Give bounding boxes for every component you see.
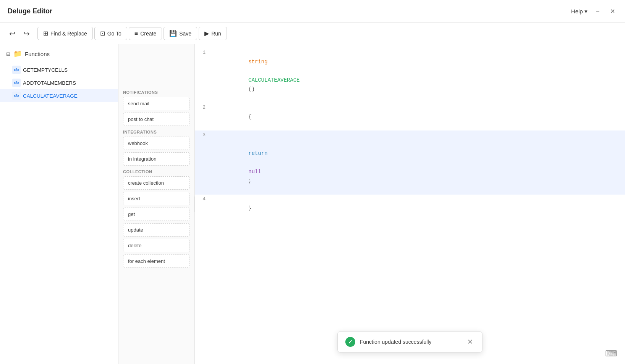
sidebar-item-label-addtotalmembers: ADDTOTALMEMBERS [23, 80, 76, 86]
sidebar-item-label-getemptycells: GETEMPTYCELLS [23, 67, 68, 73]
titlebar-right: Help ▾ − ✕ [571, 7, 617, 16]
run-button[interactable]: ▶ Run [199, 27, 227, 40]
notifications-section-label: NOTIFICATIONS [123, 90, 190, 95]
toolbar: ↩ ↪ ⊞ Find & Replace ⊡ Go To ≡ Create 💾 … [0, 23, 625, 44]
run-icon: ▶ [204, 30, 209, 37]
code-line-1: 1 string CALCULATEAVERAGE () [195, 48, 625, 103]
line-number-1: 1 [195, 48, 213, 57]
in-integration-button[interactable]: in integration [123, 152, 190, 166]
titlebar: Deluge Editor Help ▾ − ✕ [0, 0, 625, 23]
titlebar-left: Deluge Editor [8, 7, 52, 15]
snippet-panel: NOTIFICATIONS send mail post to chat INT… [118, 44, 195, 364]
expand-icon: ⊟ [6, 51, 10, 57]
fn-icon-getemptycells: </> [12, 66, 21, 74]
line-content-4: } [213, 195, 625, 222]
insert-button[interactable]: insert [123, 192, 190, 205]
save-button[interactable]: 💾 Save [164, 27, 197, 40]
line-content-1: string CALCULATEAVERAGE () [213, 48, 625, 103]
redo-button[interactable]: ↪ [20, 27, 33, 40]
toast-success-icon: ✓ [345, 337, 355, 347]
app-title: Deluge Editor [8, 7, 52, 15]
post-to-chat-button[interactable]: post to chat [123, 113, 190, 126]
sidebar-item-getemptycells[interactable]: </> GETEMPTYCELLS [0, 63, 118, 76]
folder-icon: 📁 [13, 50, 22, 58]
goto-button[interactable]: ⊡ Go To [94, 27, 127, 40]
toast-notification: ✓ Function updated successfully ✕ [337, 331, 483, 353]
create-collection-button[interactable]: create collection [123, 176, 190, 190]
code-editor[interactable]: 1 string CALCULATEAVERAGE () 2 { 3 [195, 44, 625, 364]
save-icon: 💾 [169, 30, 177, 37]
fn-icon-calculateaverage: </> [12, 92, 21, 100]
sidebar: ⊟ 📁 Functions </> GETEMPTYCELLS </> ADDT… [0, 44, 118, 364]
sidebar-item-calculateaverage[interactable]: </> CALCULATEAVERAGE [0, 89, 118, 102]
create-button[interactable]: ≡ Create [129, 27, 162, 40]
sidebar-item-addtotalmembers[interactable]: </> ADDTOTALMEMBERS [0, 76, 118, 89]
line-number-4: 4 [195, 195, 213, 204]
find-replace-icon: ⊞ [43, 30, 48, 37]
code-line-4: 4 } [195, 195, 625, 222]
checkmark-icon: ✓ [348, 339, 353, 345]
delete-button[interactable]: delete [123, 239, 190, 252]
create-icon: ≡ [134, 30, 138, 37]
undo-button[interactable]: ↩ [6, 27, 19, 40]
integrations-section-label: INTEGRATIONS [123, 130, 190, 134]
line-number-2: 2 [195, 103, 213, 112]
undo-redo-group: ↩ ↪ [6, 27, 33, 40]
help-chevron-icon: ▾ [585, 8, 588, 15]
sidebar-item-label-calculateaverage: CALCULATEAVERAGE [23, 93, 78, 99]
main-layout: ⊟ 📁 Functions </> GETEMPTYCELLS </> ADDT… [0, 44, 625, 364]
update-button[interactable]: update [123, 223, 190, 237]
send-mail-button[interactable]: send mail [123, 97, 190, 110]
find-replace-button[interactable]: ⊞ Find & Replace [37, 27, 93, 40]
toast-close-button[interactable]: ✕ [466, 337, 474, 347]
snippet-top-spacer [123, 48, 190, 86]
code-area: 1 string CALCULATEAVERAGE () 2 { 3 [195, 44, 625, 226]
webhook-button[interactable]: webhook [123, 137, 190, 150]
code-line-3: 3 return null ; [195, 130, 625, 195]
keyboard-icon[interactable]: ⌨ [605, 349, 617, 359]
sidebar-functions-label: Functions [25, 51, 50, 57]
line-content-2: { [213, 103, 625, 130]
line-content-3: return null ; [213, 130, 625, 195]
get-button[interactable]: get [123, 208, 190, 221]
collection-section-label: COLLECTION [123, 169, 190, 174]
sidebar-header: ⊟ 📁 Functions [0, 44, 118, 63]
minimize-button[interactable]: − [594, 7, 602, 16]
help-button[interactable]: Help ▾ [571, 8, 588, 15]
for-each-element-button[interactable]: for each element [123, 254, 190, 268]
fn-icon-addtotalmembers: </> [12, 79, 21, 87]
goto-icon: ⊡ [100, 30, 105, 37]
line-number-3: 3 [195, 130, 213, 140]
close-button[interactable]: ✕ [608, 7, 617, 16]
code-line-2: 2 { [195, 103, 625, 130]
toast-message: Function updated successfully [360, 339, 461, 345]
